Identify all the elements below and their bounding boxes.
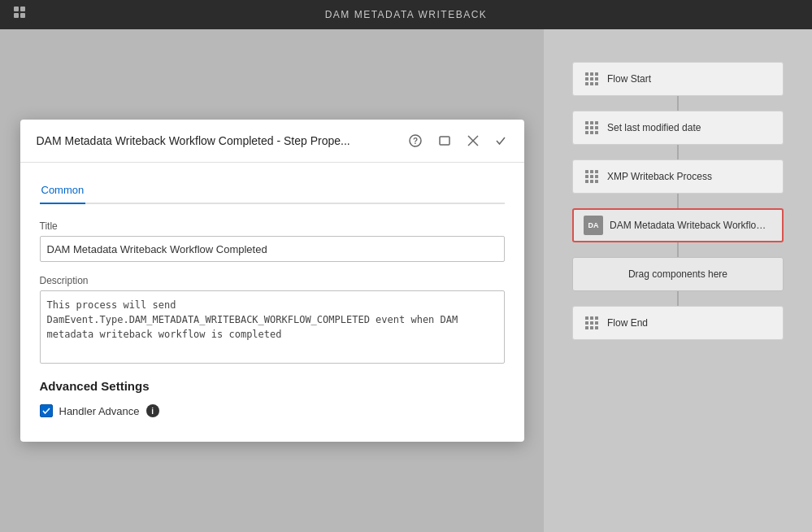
svg-rect-2 [14, 13, 19, 18]
svg-rect-3 [20, 13, 25, 18]
svg-rect-0 [14, 7, 19, 11]
handler-advance-label: Handler Advance [59, 405, 140, 417]
svg-rect-1 [20, 7, 25, 11]
advanced-settings-title: Advanced Settings [40, 379, 505, 393]
xmp-icon [583, 168, 601, 185]
modal-title: DAM Metadata Writeback Workflow Complete… [37, 134, 399, 147]
close-button[interactable] [466, 133, 480, 148]
handler-advance-checkbox[interactable] [40, 404, 53, 417]
flow-start-label: Flow Start [607, 73, 651, 85]
flow-panel: Flow Start Set last modified date XMP Wr… [544, 29, 812, 532]
flow-dam-metadata-label: DAM Metadata Writeback Workflow C... [610, 220, 772, 231]
flow-start-icon [583, 70, 601, 88]
confirm-button[interactable] [493, 133, 508, 148]
flow-xmp-label: XMP Writeback Process [607, 171, 712, 182]
flow-set-modified-label: Set last modified date [607, 122, 701, 133]
info-icon[interactable]: i [146, 404, 159, 417]
description-field-label: Description [40, 275, 505, 286]
title-field-label: Title [40, 220, 505, 232]
flow-item-dam-metadata[interactable]: DA DAM Metadata Writeback Workflow C... [572, 208, 784, 242]
description-textarea[interactable]: This process will send DamEvent.Type.DAM… [40, 290, 505, 364]
modal-actions: ? [407, 133, 508, 149]
apps-icon[interactable] [13, 6, 28, 24]
modal-dialog: DAM Metadata Writeback Workflow Complete… [20, 120, 524, 442]
top-bar: DAM METADATA WRITEBACK [0, 0, 812, 29]
advanced-settings-section: Advanced Settings Handler Advance i [40, 379, 505, 417]
flow-item-start[interactable]: Flow Start [572, 62, 784, 96]
flow-connector-2 [677, 145, 679, 159]
help-button[interactable]: ? [407, 133, 423, 149]
flow-connector-4 [677, 242, 679, 257]
set-modified-icon [583, 119, 601, 137]
handler-advance-row: Handler Advance i [40, 404, 505, 417]
svg-rect-6 [440, 137, 449, 145]
modal-body: Common Title Description This process wi… [20, 163, 524, 442]
flow-connector-1 [677, 96, 679, 111]
flow-connector-3 [677, 194, 679, 208]
flow-end-label: Flow End [607, 317, 648, 329]
modal-tabs: Common [40, 179, 505, 204]
title-field-group: Title [40, 220, 505, 262]
page-title: DAM METADATA WRITEBACK [325, 9, 488, 20]
tab-common[interactable]: Common [40, 179, 86, 204]
drag-zone-label: Drag components here [628, 268, 727, 280]
flow-drag-zone[interactable]: Drag components here [572, 257, 784, 291]
dam-metadata-icon: DA [584, 216, 603, 235]
title-input[interactable] [40, 236, 505, 262]
flow-connector-5 [677, 291, 679, 306]
flow-item-xmp[interactable]: XMP Writeback Process [572, 159, 784, 194]
resize-button[interactable] [436, 133, 453, 149]
description-field-group: Description This process will send DamEv… [40, 275, 505, 366]
svg-text:?: ? [412, 137, 417, 146]
modal-header: DAM Metadata Writeback Workflow Complete… [20, 120, 524, 163]
flow-item-end[interactable]: Flow End [572, 306, 784, 340]
modal-overlay: DAM Metadata Writeback Workflow Complete… [0, 29, 544, 532]
flow-item-set-modified[interactable]: Set last modified date [572, 111, 784, 145]
flow-end-icon [583, 314, 601, 332]
